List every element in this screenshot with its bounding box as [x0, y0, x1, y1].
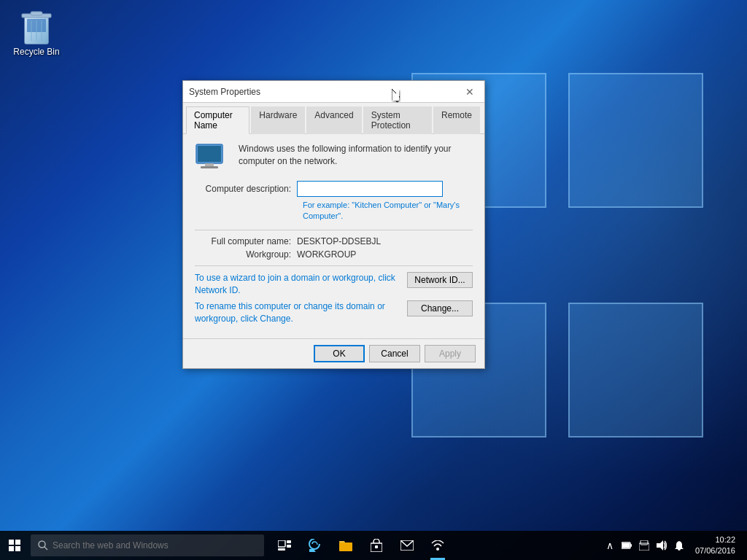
tray-chevron[interactable]: ∧	[603, 540, 616, 551]
recycle-bin-icon[interactable]: Recycle Bin	[7, 7, 66, 60]
tab-system-protection[interactable]: System Protection	[363, 106, 432, 134]
svg-line-19	[44, 547, 47, 550]
edge-icon	[309, 539, 322, 552]
info-row: Windows uses the following information t…	[195, 143, 473, 172]
change-button[interactable]: Change...	[407, 300, 473, 316]
svg-rect-14	[9, 540, 14, 545]
edge-button[interactable]	[301, 531, 330, 560]
search-box[interactable]	[31, 534, 264, 556]
file-explorer-button[interactable]	[331, 531, 360, 560]
task-view-icon	[278, 540, 291, 551]
windows-icon	[9, 540, 20, 551]
network-tray-icon[interactable]	[639, 540, 649, 551]
workgroup-label: Workgroup:	[195, 249, 297, 260]
divider-2	[195, 265, 473, 266]
svg-rect-21	[287, 540, 291, 543]
task-view-button[interactable]	[270, 531, 299, 560]
svg-rect-22	[287, 545, 291, 548]
tab-advanced[interactable]: Advanced	[306, 106, 361, 134]
computer-description-label: Computer description:	[195, 184, 297, 194]
tab-bar: Computer Name Hardware Advanced System P…	[183, 103, 484, 134]
full-computer-name-row: Full computer name: DESKTOP-DDSEBJL	[195, 236, 473, 246]
taskbar: ∧ 10:22 07/06/2016	[0, 531, 747, 560]
system-clock[interactable]: 10:22 07/06/2016	[689, 534, 741, 557]
network-icon	[431, 540, 444, 551]
mail-button[interactable]	[392, 531, 422, 560]
svg-point-28	[436, 548, 439, 551]
svg-rect-26	[375, 545, 378, 548]
volume-icon[interactable]	[657, 540, 667, 551]
svg-rect-33	[640, 540, 648, 545]
clock-time: 10:22	[695, 534, 735, 545]
svg-rect-16	[9, 546, 14, 551]
workgroup-value: WORKGROUP	[297, 249, 356, 260]
clock-date: 07/06/2016	[695, 545, 735, 556]
svg-rect-20	[278, 540, 285, 547]
network-wizard-text: To use a wizard to join a domain or work…	[195, 272, 401, 297]
notification-icon[interactable]	[674, 540, 684, 551]
desktop: Recycle Bin System Properties ✕ Computer…	[0, 0, 747, 560]
network-button[interactable]	[423, 531, 452, 560]
file-explorer-icon	[339, 540, 352, 551]
store-button[interactable]	[362, 531, 391, 560]
tab-computer-name[interactable]: Computer Name	[186, 106, 249, 134]
close-button[interactable]: ✕	[461, 83, 479, 101]
info-description: Windows uses the following information t…	[239, 143, 473, 168]
system-tray: ∧ 10:22 07/06/2016	[603, 534, 747, 557]
mail-icon	[400, 540, 414, 551]
network-id-row: To use a wizard to join a domain or work…	[195, 272, 473, 297]
svg-rect-31	[622, 543, 630, 548]
dialog-content: Windows uses the following information t…	[183, 134, 484, 338]
tab-remote[interactable]: Remote	[433, 106, 480, 134]
example-hint: For example: "Kitchen Computer" or "Mary…	[303, 200, 473, 222]
svg-rect-11	[201, 166, 218, 168]
recycle-bin-image	[19, 10, 54, 45]
battery-icon[interactable]	[622, 540, 632, 551]
cancel-button[interactable]: Cancel	[369, 345, 420, 362]
svg-marker-34	[657, 540, 663, 551]
svg-rect-30	[630, 544, 632, 547]
computer-description-input[interactable]	[297, 181, 443, 197]
svg-rect-23	[278, 548, 285, 551]
dialog-title: System Properties	[189, 87, 461, 97]
taskbar-icons	[270, 531, 452, 560]
svg-rect-4	[31, 12, 42, 15]
rename-text: To rename this computer or change its do…	[195, 300, 401, 325]
dialog-footer: OK Cancel Apply	[183, 338, 484, 368]
svg-rect-12	[198, 146, 221, 162]
svg-rect-24	[339, 542, 352, 551]
svg-rect-10	[205, 163, 214, 166]
network-id-button[interactable]: Network ID...	[407, 272, 473, 288]
workgroup-row: Workgroup: WORKGROUP	[195, 249, 473, 260]
start-button[interactable]	[0, 531, 29, 560]
svg-point-18	[39, 541, 45, 548]
computer-icon	[195, 143, 230, 172]
recycle-bin-label: Recycle Bin	[13, 47, 59, 57]
divider-1	[195, 230, 473, 230]
computer-description-row: Computer description:	[195, 181, 473, 197]
svg-rect-17	[15, 546, 20, 551]
apply-button[interactable]: Apply	[425, 345, 476, 362]
svg-rect-15	[15, 540, 20, 545]
ok-button[interactable]: OK	[314, 345, 365, 362]
store-icon	[371, 539, 382, 552]
change-row: To rename this computer or change its do…	[195, 300, 473, 325]
full-computer-name-value: DESKTOP-DDSEBJL	[297, 236, 381, 246]
full-computer-name-label: Full computer name:	[195, 236, 297, 246]
search-input[interactable]	[53, 540, 257, 551]
dialog-titlebar: System Properties ✕	[183, 81, 484, 103]
search-icon	[38, 540, 48, 551]
tab-hardware[interactable]: Hardware	[251, 106, 305, 134]
system-properties-dialog: System Properties ✕ Computer Name Hardwa…	[182, 80, 485, 369]
